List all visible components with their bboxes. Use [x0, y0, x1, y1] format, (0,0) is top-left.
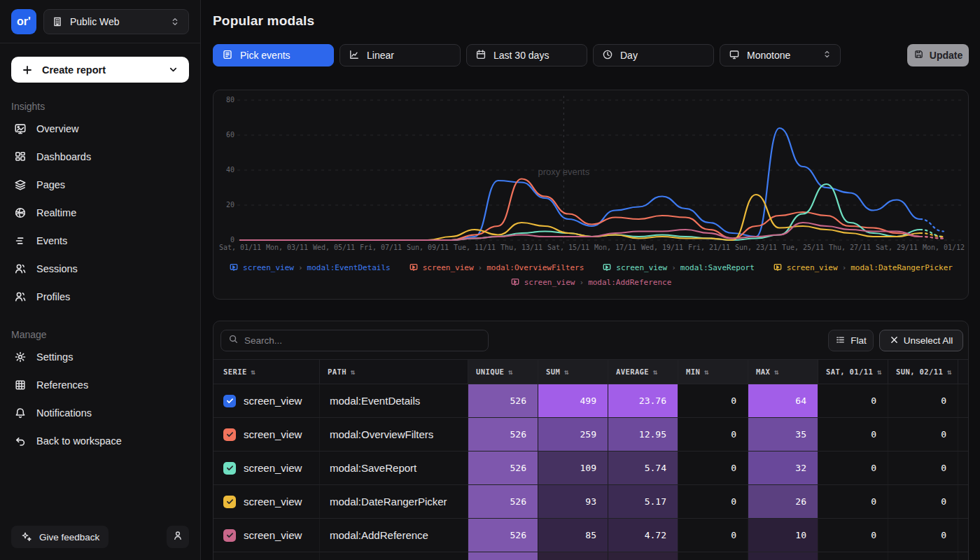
- legend-item-save-report[interactable]: screen_view›modal:SaveReport: [602, 262, 754, 272]
- table-row[interactable]: screen_view modal:EventDetails 526 499 2…: [214, 384, 968, 418]
- granularity-select[interactable]: Day: [593, 44, 714, 66]
- column-header-sum[interactable]: SUM⇅: [538, 360, 608, 384]
- sun-cell: 0: [888, 485, 958, 518]
- row-checkbox[interactable]: [223, 529, 236, 542]
- sum-cell: 259: [538, 418, 608, 451]
- sidebar-item-pages[interactable]: Pages: [0, 171, 200, 199]
- flat-toggle-button[interactable]: Flat: [828, 330, 874, 351]
- sort-icon: ⇅: [947, 368, 952, 376]
- sidebar-item-sessions[interactable]: Sessions: [0, 255, 200, 283]
- svg-text:0: 0: [230, 236, 234, 244]
- svg-text:Tue, 25/11: Tue, 25/11: [782, 244, 824, 251]
- column-header-sun-0211[interactable]: SUN, 02/11⇅: [888, 360, 958, 384]
- update-button[interactable]: Update: [907, 44, 969, 66]
- svg-text:Mon, 17/11: Mon, 17/11: [594, 244, 636, 251]
- pick-events-button[interactable]: Pick events: [213, 44, 334, 66]
- legend-item-event-details[interactable]: screen_view›modal:EventDetails: [229, 262, 391, 272]
- chart-panel: 020406080Sat, 01/11Mon, 03/11Wed, 05/11F…: [213, 90, 969, 300]
- create-report-button[interactable]: Create report: [11, 57, 189, 83]
- sidebar-item-references[interactable]: References: [0, 371, 200, 399]
- monitor-icon: [729, 49, 740, 62]
- search-input[interactable]: [244, 335, 481, 346]
- svg-text:20: 20: [226, 201, 234, 209]
- min-cell: 0: [678, 451, 748, 484]
- screen-icon: [229, 262, 239, 272]
- svg-text:80: 80: [226, 96, 234, 104]
- sidebar-item-dashboards[interactable]: Dashboards: [0, 143, 200, 171]
- screen-icon: [510, 277, 520, 287]
- sparkles-icon: [20, 531, 33, 543]
- column-header-average[interactable]: AVERAGE⇅: [608, 360, 678, 384]
- legend-modal-label: modal:AddReference: [588, 278, 671, 287]
- sun-cell: 0: [888, 418, 958, 451]
- sidebar-item-profiles[interactable]: Profiles: [0, 283, 200, 311]
- chevron-right-icon: ›: [478, 263, 483, 272]
- sat-cell: 0: [818, 485, 888, 518]
- chevron-right-icon: ›: [580, 278, 584, 287]
- svg-text:Sat, 15/11: Sat, 15/11: [547, 244, 589, 251]
- unselect-all-button[interactable]: Unselect All: [879, 330, 963, 351]
- building-icon: [51, 15, 64, 28]
- column-header-serie[interactable]: SERIE⇅: [214, 360, 319, 384]
- sidebar-item-back-to-workspace[interactable]: Back to workspace: [0, 427, 200, 455]
- section-title-manage: Manage: [0, 329, 200, 340]
- sidebar-item-realtime[interactable]: Realtime: [0, 199, 200, 227]
- sidebar-item-events[interactable]: Events: [0, 227, 200, 255]
- legend-item-overview-filters[interactable]: screen_view›modal:OverviewFilters: [409, 262, 584, 272]
- sidebar-item-notifications[interactable]: Notifications: [0, 399, 200, 427]
- column-header-unique[interactable]: UNIQUE⇅: [468, 360, 538, 384]
- sum-cell: 93: [538, 485, 608, 518]
- column-header-min[interactable]: MIN⇅: [678, 360, 748, 384]
- legend-modal-label: modal:EventDetails: [307, 263, 391, 272]
- table-row[interactable]: screen_view modal:OverviewFilters 526 25…: [214, 418, 968, 451]
- table-row[interactable]: screen_view modal:AddReference 526 85 4.…: [214, 519, 968, 552]
- table-row[interactable]: screen_view modal:DateRangerPicker 526 9…: [214, 485, 968, 519]
- workspace-selector[interactable]: Public Web: [43, 9, 189, 34]
- sidebar-item-label: Back to workspace: [36, 435, 122, 447]
- max-cell: 32: [748, 451, 818, 484]
- sidebar-item-settings[interactable]: Settings: [0, 343, 200, 371]
- sidebar-item-overview[interactable]: Overview: [0, 115, 200, 143]
- chart-type-select[interactable]: Linear: [340, 44, 461, 66]
- svg-text:Sun, 23/11: Sun, 23/11: [735, 244, 777, 251]
- chevron-right-icon: ›: [842, 263, 847, 272]
- legend-item-date-ranger-picker[interactable]: screen_view›modal:DateRangerPicker: [773, 262, 953, 272]
- app-logo[interactable]: or': [11, 9, 36, 34]
- flat-label: Flat: [850, 335, 867, 346]
- user-menu-button[interactable]: [167, 526, 189, 548]
- serie-label: screen_view: [244, 496, 302, 507]
- row-checkbox[interactable]: [223, 395, 236, 407]
- chart-svg: 020406080Sat, 01/11Mon, 03/11Wed, 05/11F…: [214, 90, 968, 260]
- chevron-down-icon: [167, 64, 179, 76]
- svg-text:Thu, 13/11: Thu, 13/11: [500, 244, 542, 251]
- metrics-table-panel: Flat Unselect All SERIE⇅ PATH⇅ UNIQUE⇅ S…: [213, 321, 969, 560]
- max-cell: 35: [748, 418, 818, 451]
- row-checkbox[interactable]: [223, 496, 236, 508]
- row-checkbox[interactable]: [223, 462, 236, 475]
- gear-icon: [14, 351, 27, 363]
- users-icon: [14, 262, 27, 275]
- update-label: Update: [930, 50, 962, 61]
- legend-modal-label: modal:DateRangerPicker: [850, 263, 953, 272]
- row-checkbox[interactable]: [223, 428, 236, 441]
- min-cell: 0: [678, 418, 748, 451]
- date-range-select[interactable]: Last 30 days: [466, 44, 587, 66]
- column-header-sat-0111[interactable]: SAT, 01/11⇅: [818, 360, 888, 384]
- interpolation-select[interactable]: Monotone: [720, 44, 841, 66]
- average-cell: 23.76: [608, 384, 678, 417]
- column-header-path[interactable]: PATH⇅: [319, 360, 468, 384]
- legend-item-add-reference[interactable]: screen_view›modal:AddReference: [510, 277, 672, 287]
- table-row[interactable]: screen_view modal:SaveReport 526 109 5.7…: [214, 451, 968, 485]
- sun-cell: 0: [888, 384, 958, 417]
- sat-cell: 0: [818, 384, 888, 417]
- svg-text:Wed, 05/11: Wed, 05/11: [313, 244, 355, 251]
- max-cell: 26: [748, 485, 818, 518]
- svg-text:Sun, 09/11: Sun, 09/11: [407, 244, 449, 251]
- sort-icon: ⇅: [564, 368, 569, 376]
- sidebar-item-label: Realtime: [36, 207, 76, 218]
- give-feedback-button[interactable]: Give feedback: [11, 526, 108, 548]
- legend-modal-label: modal:OverviewFilters: [486, 263, 584, 272]
- column-header-max[interactable]: MAX⇅: [748, 360, 818, 384]
- page-title: Popular modals: [213, 13, 314, 29]
- sidebar-item-label: Sessions: [36, 263, 78, 274]
